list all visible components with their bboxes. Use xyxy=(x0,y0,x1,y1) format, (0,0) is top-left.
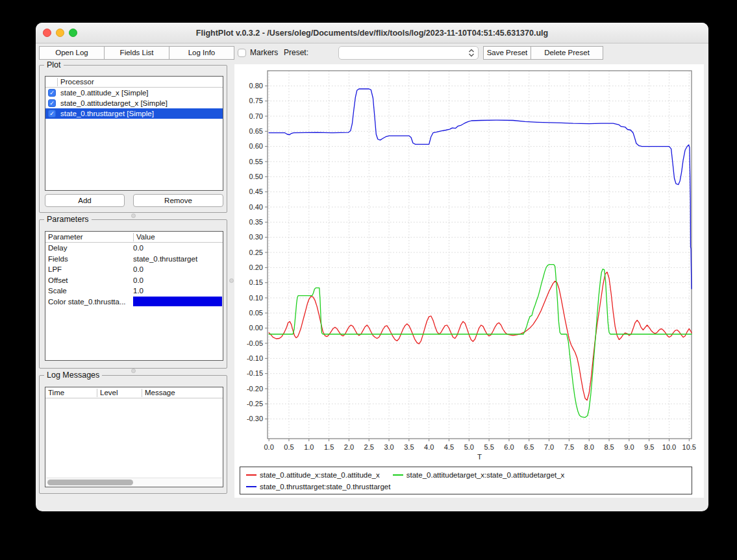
series-label: state_0.thrusttarget [Simple] xyxy=(60,110,154,117)
checkbox-column-header xyxy=(45,78,57,86)
y-tick-label: 0.65 xyxy=(249,127,263,135)
y-tick-label: 0.45 xyxy=(249,188,263,195)
y-tick-label: 0.25 xyxy=(249,249,263,256)
y-tick-label: 0.60 xyxy=(249,142,263,150)
parameter-column-header: Parameter xyxy=(45,233,133,241)
legend-line-sample xyxy=(246,474,256,476)
scrollbar-thumb[interactable] xyxy=(47,480,133,485)
series-checkbox[interactable]: ✓ xyxy=(48,89,56,97)
y-tick-label: 0.50 xyxy=(249,173,263,180)
parameter-row[interactable]: Fieldsstate_0.thrusttarget xyxy=(45,254,223,265)
split-handle[interactable] xyxy=(229,278,234,283)
preset-label: Preset: xyxy=(284,46,308,60)
x-tick-label: 0.0 xyxy=(264,443,274,451)
parameter-value[interactable]: 0.0 xyxy=(133,244,223,252)
y-tick-label: 0.80 xyxy=(249,82,263,90)
log-table-header: Time Level Message xyxy=(45,387,223,398)
chart-legend: state_0.attitude_x:state_0.attitude_xsta… xyxy=(240,467,692,494)
plot-series-row[interactable]: ✓state_0.attitude_x [Simple] xyxy=(45,88,223,98)
legend-item: state_0.thrusttarget:state_0.thrusttarge… xyxy=(246,483,390,491)
x-tick-label: 5.0 xyxy=(464,443,474,451)
remove-button[interactable]: Remove xyxy=(133,194,223,207)
parameter-value[interactable]: 0.0 xyxy=(133,265,223,273)
log-info-button[interactable]: Log Info xyxy=(169,46,234,60)
markers-checkbox[interactable] xyxy=(238,49,246,57)
parameter-row[interactable]: Offset0.0 xyxy=(45,275,223,286)
x-tick-label: 6.5 xyxy=(524,443,534,451)
plot-group: Plot Processor ✓state_0.attitude_x [Simp… xyxy=(39,65,227,213)
preset-combobox[interactable] xyxy=(338,46,479,60)
app-window: FlightPlot v.0.3.2 - /Users/oleg/Documen… xyxy=(36,23,708,511)
series-checkbox[interactable]: ✓ xyxy=(48,110,56,117)
y-tick-label: -0.15 xyxy=(247,369,263,377)
x-tick-label: 2.5 xyxy=(364,443,374,451)
parameter-name: Scale xyxy=(45,287,133,295)
x-tick-label: 9.5 xyxy=(644,443,654,451)
log-messages-table[interactable]: Time Level Message xyxy=(45,387,223,487)
series-checkbox[interactable]: ✓ xyxy=(48,99,56,107)
y-tick-label: 0.05 xyxy=(249,309,263,317)
parameter-name: Fields xyxy=(45,255,133,263)
parameter-row[interactable]: LPF0.0 xyxy=(45,264,223,275)
x-tick-label: 0.5 xyxy=(284,443,294,451)
plot-table-header: Processor xyxy=(45,77,223,88)
y-tick-label: 0.55 xyxy=(249,158,263,165)
split-handle[interactable] xyxy=(131,213,136,218)
plot-series-row[interactable]: ✓state_0.attitudetarget_x [Simple] xyxy=(45,98,223,108)
parameter-value[interactable]: state_0.thrusttarget xyxy=(133,255,223,263)
x-tick-label: 8.5 xyxy=(604,443,614,451)
stepper-up-down-icon[interactable] xyxy=(468,48,475,58)
params-table-body: Delay0.0Fieldsstate_0.thrusttargetLPF0.0… xyxy=(45,243,223,307)
plot-background xyxy=(268,71,692,439)
delete-preset-button[interactable]: Delete Preset xyxy=(531,46,603,60)
legend-series-name: state_0.attitude_x:state_0.attitude_x xyxy=(260,471,380,479)
legend-series-name: state_0.thrusttarget:state_0.thrusttarge… xyxy=(260,483,390,491)
parameters-table-header: Parameter Value xyxy=(45,232,223,243)
add-button[interactable]: Add xyxy=(45,194,125,207)
legend-row: state_0.attitude_x:state_0.attitude_xsta… xyxy=(246,469,686,480)
chart-canvas[interactable]: 0.00.51.01.52.02.53.03.54.04.55.05.56.06… xyxy=(234,64,703,461)
parameter-row[interactable]: Scale1.0 xyxy=(45,286,223,297)
title-bar[interactable]: FlightPlot v.0.3.2 - /Users/oleg/Documen… xyxy=(36,23,708,43)
processor-column-header: Processor xyxy=(57,78,223,86)
plot-table-body: ✓state_0.attitude_x [Simple]✓state_0.att… xyxy=(45,88,223,119)
legend-line-sample xyxy=(393,474,403,476)
parameter-name: Color state_0.thrustta... xyxy=(45,298,133,306)
series-label: state_0.attitudetarget_x [Simple] xyxy=(60,99,168,107)
x-tick-label: 1.0 xyxy=(304,443,314,451)
parameter-name: LPF xyxy=(45,265,133,273)
open-log-button[interactable]: Open Log xyxy=(39,46,105,60)
color-parameter-row[interactable]: Color state_0.thrustta... xyxy=(45,297,223,308)
parameters-group-title: Parameters xyxy=(44,215,92,224)
y-tick-label: 0.00 xyxy=(249,324,263,332)
log-messages-group: Log Messages Time Level Message xyxy=(39,375,227,494)
plot-series-row[interactable]: ✓state_0.thrusttarget [Simple] xyxy=(45,108,223,119)
parameter-value[interactable]: 0.0 xyxy=(133,276,223,284)
y-tick-label: -0.05 xyxy=(247,339,263,347)
y-tick-label: 0.70 xyxy=(249,112,263,120)
plot-series-table[interactable]: Processor ✓state_0.attitude_x [Simple]✓s… xyxy=(45,76,223,191)
horizontal-scrollbar[interactable] xyxy=(46,478,222,486)
split-handle[interactable] xyxy=(131,369,136,373)
x-tick-label: 6.0 xyxy=(504,443,514,451)
legend-series-name: state_0.attitudetarget_x:state_0.attitud… xyxy=(406,471,565,479)
x-tick-label: 4.5 xyxy=(444,443,454,451)
value-column-header: Value xyxy=(133,233,223,241)
x-tick-label: 5.5 xyxy=(484,443,493,451)
parameters-table[interactable]: Parameter Value Delay0.0Fieldsstate_0.th… xyxy=(45,231,223,361)
parameters-group: Parameters Parameter Value Delay0.0Field… xyxy=(39,219,227,369)
fields-list-button[interactable]: Fields List xyxy=(104,46,169,60)
y-tick-label: -0.30 xyxy=(247,415,263,422)
y-tick-label: -0.10 xyxy=(247,354,263,362)
parameter-name: Offset xyxy=(45,276,133,284)
x-tick-label: 7.0 xyxy=(544,443,554,451)
parameter-value[interactable]: 1.0 xyxy=(133,287,223,295)
color-swatch[interactable] xyxy=(133,297,222,306)
parameter-row[interactable]: Delay0.0 xyxy=(45,243,223,254)
time-column-header: Time xyxy=(45,389,97,397)
save-preset-button[interactable]: Save Preset xyxy=(483,46,531,60)
x-tick-label: 2.0 xyxy=(344,443,354,451)
y-tick-label: 0.75 xyxy=(249,97,263,104)
window-title: FlightPlot v.0.3.2 - /Users/oleg/Documen… xyxy=(36,23,708,43)
series-label: state_0.attitude_x [Simple] xyxy=(60,89,149,97)
